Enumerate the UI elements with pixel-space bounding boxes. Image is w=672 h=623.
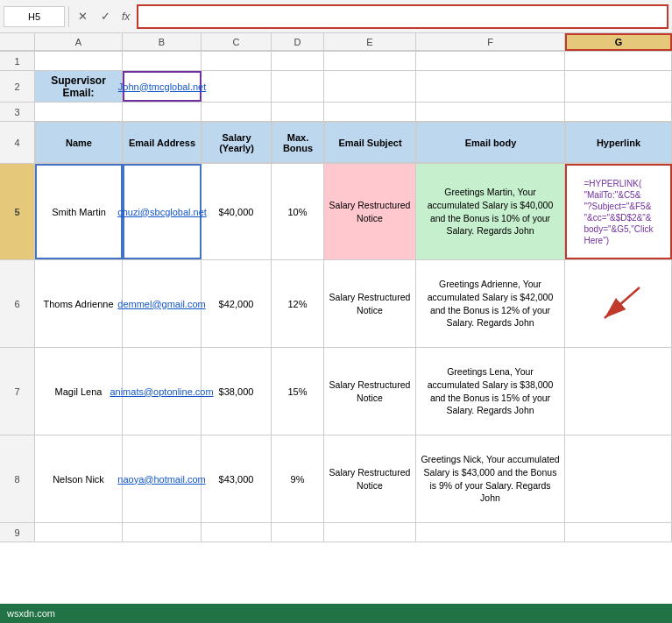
cell-bonus-8[interactable]: 9%: [272, 435, 324, 522]
cell-g9[interactable]: [565, 523, 672, 542]
cell-salary-5[interactable]: $40,000: [202, 164, 272, 259]
bonus-6: 12%: [287, 299, 307, 309]
cell-h2[interactable]: [565, 71, 672, 102]
bonus-7: 15%: [287, 386, 307, 397]
cell-salary-6[interactable]: $42,000: [202, 260, 272, 347]
supervisor-email[interactable]: John@tmcglobal.net: [123, 71, 202, 102]
email-8[interactable]: naoya@hotmail.com: [117, 474, 205, 485]
cell-g2[interactable]: [416, 71, 565, 102]
cell-subject-5[interactable]: Salary Restructured Notice: [324, 164, 416, 259]
cell-c3[interactable]: [202, 103, 272, 121]
salary-6: $42,000: [219, 299, 254, 309]
name-7: Magil Lena: [55, 386, 103, 397]
cell-hyperlink-5[interactable]: =HYPERLINK("MailTo:"&C5&"?Subject="&F5&"…: [565, 164, 672, 259]
cell-f9[interactable]: [416, 523, 565, 542]
cell-e1[interactable]: [324, 52, 416, 70]
cell-name-6[interactable]: Thoms Adrienne: [35, 260, 123, 347]
email-7[interactable]: animats@optonline.com: [110, 386, 213, 397]
name-8: Nelson Nick: [53, 474, 104, 485]
body-8: Greetings Nick, Your accumulated Salary …: [420, 453, 561, 505]
cell-salary-8[interactable]: $43,000: [202, 435, 272, 522]
col-header-d[interactable]: C: [202, 33, 272, 51]
header-body: Email body: [416, 122, 565, 163]
cell-f3[interactable]: [416, 103, 565, 121]
cell-body-7[interactable]: Greetings Lena, Your accumulated Salary …: [416, 348, 565, 435]
col-header-g[interactable]: F: [416, 33, 565, 51]
name-6: Thoms Adrienne: [43, 299, 113, 309]
cancel-button[interactable]: ✕: [73, 7, 92, 26]
row-num-7: 7: [0, 348, 35, 435]
cell-a9[interactable]: [35, 523, 123, 542]
header-salary: Salary (Yearly): [202, 122, 272, 163]
cell-subject-6[interactable]: Salary Restructured Notice: [324, 260, 416, 347]
status-bar: wsxdn.com: [0, 604, 672, 623]
row-num-5: 5: [0, 164, 35, 259]
cell-d1[interactable]: [272, 52, 324, 70]
cell-g3[interactable]: [565, 103, 672, 121]
subject-7: Salary Restructured Notice: [328, 379, 412, 404]
cell-b9[interactable]: [123, 523, 202, 542]
col-header-f[interactable]: E: [324, 33, 416, 51]
cell-bonus-5[interactable]: 10%: [272, 164, 324, 259]
formula-input[interactable]: =HYPERLINK("MailTo:"&C5&"?Subject="&F5&"…: [138, 6, 667, 27]
body-6: Greetings Adrienne, Your accumulated Sal…: [420, 278, 561, 329]
col-header-h[interactable]: G: [565, 33, 672, 51]
cell-a1[interactable]: [35, 52, 123, 70]
cell-body-8[interactable]: Greetings Nick, Your accumulated Salary …: [416, 435, 565, 522]
row-1: 1: [0, 52, 672, 71]
cell-name-8[interactable]: Nelson Nick: [35, 435, 123, 522]
salary-7: $38,000: [219, 386, 254, 397]
salary-8: $43,000: [219, 474, 254, 485]
col-header-e[interactable]: D: [272, 33, 324, 51]
confirm-button[interactable]: ✓: [95, 7, 115, 26]
col-header-b[interactable]: A: [35, 33, 123, 51]
cell-bonus-7[interactable]: 15%: [272, 348, 324, 435]
cell-salary-7[interactable]: $38,000: [202, 348, 272, 435]
cell-name-5[interactable]: Smith Martin: [35, 164, 123, 259]
cell-e3[interactable]: [324, 103, 416, 121]
cell-b1[interactable]: [123, 52, 202, 70]
cell-email-7[interactable]: animats@optonline.com: [123, 348, 202, 435]
email-5[interactable]: chuzi@sbcglobal.net: [117, 207, 207, 217]
header-email: Email Address: [123, 122, 202, 163]
cell-c1[interactable]: [202, 52, 272, 70]
cell-subject-7[interactable]: Salary Restructured Notice: [324, 348, 416, 435]
cell-body-6[interactable]: Greetings Adrienne, Your accumulated Sal…: [416, 260, 565, 347]
subject-8: Salary Restructured Notice: [328, 466, 412, 492]
row-9: 9: [0, 523, 672, 542]
row-8: 8 Nelson Nick naoya@hotmail.com $43,000 …: [0, 435, 672, 523]
email-6[interactable]: demmel@gmail.com: [117, 299, 205, 309]
cell-d9[interactable]: [272, 523, 324, 542]
cell-email-8[interactable]: naoya@hotmail.com: [123, 435, 202, 522]
cell-d3[interactable]: [272, 103, 324, 121]
cell-email-6[interactable]: demmel@gmail.com: [123, 260, 202, 347]
cell-subject-8[interactable]: Salary Restructured Notice: [324, 435, 416, 522]
name-box[interactable]: H5: [4, 6, 65, 27]
status-text: wsxdn.com: [7, 608, 55, 619]
subject-5: Salary Restructured Notice: [328, 199, 412, 224]
cell-b3[interactable]: [123, 103, 202, 121]
row-num-8: 8: [0, 435, 35, 522]
col-header-c[interactable]: B: [123, 33, 202, 51]
row-num-4: 4: [0, 122, 35, 163]
cell-c9[interactable]: [202, 523, 272, 542]
cell-a3[interactable]: [35, 103, 123, 121]
cell-d2[interactable]: [202, 71, 272, 102]
cell-email-5[interactable]: chuzi@sbcglobal.net: [123, 164, 202, 259]
row-7: 7 Magil Lena animats@optonline.com $38,0…: [0, 348, 672, 435]
cell-f2[interactable]: [324, 71, 416, 102]
spreadsheet: A B C D E F G H 1 2 Supervisor Email: Jo…: [0, 33, 672, 542]
cell-hyperlink-6[interactable]: [565, 260, 672, 347]
row-num-9: 9: [0, 523, 35, 542]
cell-bonus-6[interactable]: 12%: [272, 260, 324, 347]
cell-body-5[interactable]: Greetings Martin, Your accumulated Salar…: [416, 164, 565, 259]
cell-e9[interactable]: [324, 523, 416, 542]
cell-f1[interactable]: [416, 52, 565, 70]
salary-5: $40,000: [219, 207, 254, 217]
cell-g1[interactable]: [565, 52, 672, 70]
formula-box: =HYPERLINK("MailTo:"&C5&"?Subject="&F5&"…: [137, 4, 668, 29]
cell-hyperlink-8[interactable]: [565, 435, 672, 522]
cell-e2[interactable]: [272, 71, 324, 102]
cell-hyperlink-7[interactable]: [565, 348, 672, 435]
column-headers: A B C D E F G H: [0, 33, 672, 52]
